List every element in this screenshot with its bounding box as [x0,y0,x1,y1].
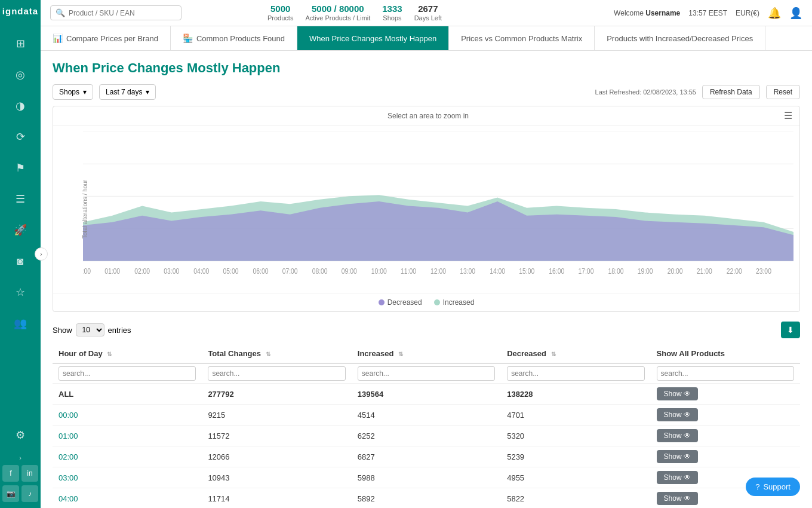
hour-cell: 02:00 [53,446,202,467]
linkedin-icon[interactable]: in [21,465,38,482]
all-show-button[interactable]: Show 👁 [657,387,698,400]
support-icon: ? [755,482,759,491]
sidebar-icon-dashboard[interactable]: ⊞ [10,33,31,54]
topbar-currency: EUR(€) [736,9,759,17]
hour-link[interactable]: 00:00 [59,411,78,420]
hour-cell: 00:00 [53,405,202,426]
sort-total-icon[interactable]: ⇅ [266,351,270,357]
chart-drawing-area[interactable]: Total alterations / hour 0 2k 4k 6k 8k [53,126,799,293]
svg-text:18:00: 18:00 [608,268,624,276]
support-button[interactable]: ? Support [746,478,800,496]
sidebar-social-links-2: 📷 ♪ [2,485,38,502]
hour-link[interactable]: 01:00 [59,432,78,440]
sidebar-icon-list[interactable]: ☰ [10,188,31,210]
show-button-01:00[interactable]: Show 👁 [657,429,698,442]
sidebar-icon-alerts[interactable]: ⚑ [10,157,31,179]
refresh-data-button[interactable]: Refresh Data [702,85,760,99]
facebook-icon[interactable]: f [2,465,19,482]
days-left-value: 2677 [414,4,442,14]
search-decreased[interactable] [507,366,644,381]
tiktok-icon[interactable]: ♪ [21,485,38,502]
sidebar-icon-users[interactable]: 👥 [10,313,31,334]
search-total[interactable] [208,366,345,381]
increased-dot [434,299,440,305]
search-increased[interactable] [358,366,495,381]
page-title-highlight: When Price Changes [53,60,183,75]
shops-filter[interactable]: Shops ▾ [53,84,93,100]
col-hour-label: Hour of Day [59,349,103,358]
download-button[interactable]: ⬇ [781,322,800,338]
svg-text:23:00: 23:00 [756,268,771,276]
reset-button[interactable]: Reset [766,85,800,99]
chart-svg: 0 2k 4k 6k 8k 00:00 01:00 02:00 03:00 04… [83,131,793,287]
sidebar-icon-rocket[interactable]: 🚀 [10,219,31,241]
decreased-cell: 4701 [501,405,650,426]
search-input[interactable] [69,9,176,17]
col-show-all: Show All Products [651,344,800,363]
col-increased: Increased ⇅ [352,344,501,363]
sidebar-bottom: ⚙ › f in 📷 ♪ [2,420,38,502]
increased-label: Increased [443,298,475,307]
tab-increased-decreased[interactable]: Products with Increased/Decreased Prices [595,26,765,50]
instagram-icon[interactable]: 📷 [2,485,19,502]
shops-filter-label: Shops [59,88,79,96]
table-row: 04:00 11714 5892 5822 Show 👁 [53,488,800,509]
date-filter[interactable]: Last 7 days ▾ [99,84,156,100]
decreased-label: Decreased [387,298,422,307]
decreased-dot [379,299,385,305]
table-body: ALL 277792 139564 138228 Show 👁 00:00 92… [53,384,800,509]
sort-decreased-icon[interactable]: ⇅ [551,351,556,357]
hour-link[interactable]: 02:00 [59,452,78,461]
sidebar-icon-star[interactable]: ☆ [10,281,31,303]
show-cell: Show 👁 [651,405,800,426]
tab-prices-vs-common-label: Prices vs Common Products Matrix [461,34,582,43]
show-button-03:00[interactable]: Show 👁 [657,471,698,484]
shops-value: 1333 [382,4,402,14]
hour-link[interactable]: 04:00 [59,494,78,503]
bell-icon[interactable]: 🔔 [768,7,781,20]
user-icon[interactable]: 👤 [789,7,802,20]
active-limit-value: 5000 / 80000 [305,4,370,14]
svg-text:16:00: 16:00 [549,268,564,276]
svg-text:22:00: 22:00 [727,268,742,276]
show-button-02:00[interactable]: Show 👁 [657,450,698,463]
show-entries: Show 10 25 50 entries [53,323,131,336]
sidebar-icon-history[interactable]: ⟳ [10,126,31,148]
show-button-04:00[interactable]: Show 👁 [657,492,698,505]
search-show-all[interactable] [657,366,794,381]
chart-menu-icon[interactable]: ☰ [784,110,792,121]
increased-cell: 5988 [352,467,501,488]
topbar-right: Welcome Username 13:57 EEST EUR(€) 🔔 👤 [614,7,802,20]
col-total-label: Total Changes [208,349,261,358]
search-box[interactable]: 🔍 [50,5,182,20]
tab-compare-prices[interactable]: 📊 Compare Prices per Brand [41,26,171,50]
svg-text:06:00: 06:00 [253,268,269,276]
sidebar-expand[interactable]: › [19,454,21,461]
date-filter-label: Last 7 days [106,88,142,96]
stat-products: 5000 Products [267,4,293,22]
sidebar-icon-analytics[interactable]: ◎ [10,64,31,85]
shops-label: Shops [382,14,402,22]
price-changes-chart: Select an area to zoom in ☰ Total altera… [53,106,800,312]
sidebar-collapse-btn[interactable]: › [35,247,48,261]
search-hour[interactable] [59,366,196,381]
show-button-00:00[interactable]: Show 👁 [657,408,698,421]
data-table: Hour of Day ⇅ Total Changes ⇅ Increased … [53,344,800,508]
tab-prices-vs-common[interactable]: Prices vs Common Products Matrix [449,26,595,50]
hour-link[interactable]: 03:00 [59,473,78,482]
svg-text:13:00: 13:00 [460,268,475,276]
tab-when-price-changes[interactable]: When Price Changes Mostly Happen [297,26,449,50]
tab-common-products[interactable]: 🏪 Common Products Found [171,26,297,50]
entries-select[interactable]: 10 25 50 [76,323,104,336]
svg-text:01:00: 01:00 [104,268,120,276]
sidebar-icon-settings[interactable]: ⚙ [10,424,31,446]
sidebar-icon-reports[interactable]: ◑ [10,95,31,117]
sort-increased-icon[interactable]: ⇅ [398,351,403,357]
col-decreased-label: Decreased [507,349,546,358]
sidebar-icon-grid[interactable]: ◙ [10,250,31,272]
sidebar-social-links: f in [2,465,38,482]
all-hour-cell: ALL [53,384,202,405]
sort-hour-icon[interactable]: ⇅ [107,351,112,357]
sidebar: igndata ⊞ ◎ ◑ ⟳ ⚑ ☰ 🚀 ◙ ☆ 👥 ⚙ › f in 📷 ♪… [0,0,41,508]
username: Username [645,9,680,17]
